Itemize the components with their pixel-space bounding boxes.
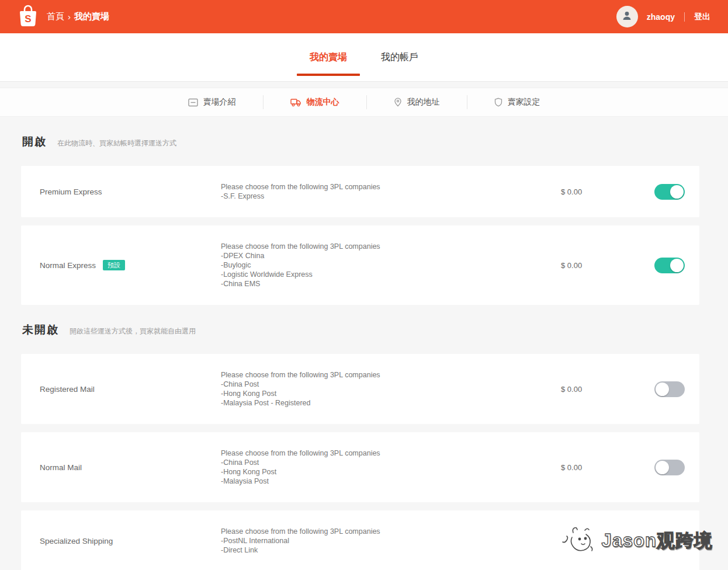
section-title: 開啟 [22, 134, 47, 150]
toggle-knob [656, 383, 669, 396]
section-description: 在此物流時、買家結帳時選擇運送方式 [57, 138, 176, 148]
shipping-name: Registered Mail [40, 385, 95, 394]
breadcrumb-current[interactable]: 我的賣場 [74, 11, 109, 22]
row-description: Please choose from the following 3PL com… [221, 449, 561, 486]
description-line: -Logistic Worldwide Express [221, 270, 561, 279]
description-line: Please choose from the following 3PL com… [221, 527, 561, 536]
tab-my-shop[interactable]: 我的賣場 [310, 33, 347, 81]
subnav-label: 物流中心 [307, 97, 339, 107]
description-line: -Malaysia Post [221, 477, 561, 486]
shield-icon [494, 98, 502, 107]
tab-my-account[interactable]: 我的帳戶 [381, 33, 418, 81]
shipping-name: Normal Mail [40, 463, 82, 472]
shop-subnav: 賣場介紹 物流中心 我的地址 賣家設定 [0, 88, 728, 117]
shipping-name: Premium Express [40, 187, 102, 196]
section-title: 未開啟 [22, 322, 59, 338]
shipping-fee: $ 0.00 [561, 385, 631, 394]
username-label[interactable]: zhaoqy [647, 12, 675, 22]
top-header: S 首頁 › 我的賣場 zhaoqy 登出 [0, 0, 728, 33]
logout-button[interactable]: 登出 [694, 12, 710, 22]
shopee-logo[interactable]: S [18, 4, 39, 30]
main-tabbar: 我的賣場 我的帳戶 [0, 33, 728, 82]
section-rows: Registered Mail Please choose from the f… [21, 354, 699, 570]
shipping-channel-row: Premium Express Please choose from the f… [21, 166, 699, 217]
header-right: zhaoqy 登出 [616, 6, 710, 27]
subnav-label: 賣場介紹 [203, 97, 236, 107]
shipping-channel-row: Normal Express 預設 Please choose from the… [21, 225, 699, 305]
shipping-channel: Specialized Shipping [21, 537, 221, 545]
shipping-fee: $ 0.00 [561, 463, 631, 472]
toggle-knob [670, 259, 684, 272]
section-head: 開啟 在此物流時、買家結帳時選擇運送方式 [22, 134, 698, 150]
subnav-item-seller-settings[interactable]: 賣家設定 [467, 97, 567, 107]
breadcrumb-home[interactable]: 首頁 [47, 11, 64, 22]
breadcrumb-separator: › [68, 12, 71, 22]
description-line: -China Post [221, 458, 561, 467]
shipping-name: Normal Express [40, 261, 96, 270]
toggle-switch[interactable] [654, 460, 685, 475]
description-line: -Direct Link [221, 545, 561, 555]
sections: 開啟 在此物流時、買家結帳時選擇運送方式 Premium Express Ple… [0, 134, 728, 570]
description-line: -Hong Kong Post [221, 467, 561, 477]
subnav-label: 我的地址 [407, 97, 440, 107]
truck-icon [290, 98, 301, 107]
shipping-channel-row: Specialized Shipping Please choose from … [21, 510, 699, 570]
description-line: -China Post [221, 380, 561, 389]
shipping-channel-row: Normal Mail Please choose from the follo… [21, 432, 699, 502]
subnav-item-my-addresses[interactable]: 我的地址 [367, 97, 467, 107]
description-line: -China EMS [221, 279, 561, 289]
header-divider [684, 12, 685, 22]
shipping-channel: Registered Mail [21, 385, 221, 394]
toggle-switch[interactable] [654, 381, 685, 397]
shipping-fee: $ 0.00 [561, 187, 631, 196]
row-description: Please choose from the following 3PL com… [221, 242, 561, 289]
user-avatar-icon [621, 10, 633, 24]
toggle-switch[interactable] [654, 258, 685, 273]
description-line: -Buylogic [221, 260, 561, 270]
shipping-channel: Normal Express 預設 [21, 260, 221, 270]
breadcrumb: 首頁 › 我的賣場 [47, 11, 109, 22]
description-line: -S.F. Express [221, 192, 561, 201]
user-avatar[interactable] [616, 6, 638, 27]
shopee-bag-icon: S [18, 4, 39, 30]
row-description: Please choose from the following 3PL com… [221, 527, 561, 555]
shipping-channel: Premium Express [21, 187, 221, 196]
location-pin-icon [394, 98, 402, 107]
section-rows: Premium Express Please choose from the f… [21, 166, 699, 305]
section-head: 未開啟 開啟這些運送方式後，買家就能自由選用 [22, 322, 698, 338]
shipping-fee: $ 0.00 [561, 261, 631, 270]
subnav-item-shop-intro[interactable]: 賣場介紹 [161, 97, 263, 107]
description-line: Please choose from the following 3PL com… [221, 182, 561, 192]
toggle-knob [656, 461, 669, 474]
shipping-channel: Normal Mail [21, 463, 221, 472]
default-badge: 預設 [103, 260, 125, 270]
description-line: Please choose from the following 3PL com… [221, 370, 561, 380]
shipping-section: 開啟 在此物流時、買家結帳時選擇運送方式 Premium Express Ple… [21, 134, 699, 305]
shipping-section: 未開啟 開啟這些運送方式後，買家就能自由選用 Registered Mail P… [21, 322, 699, 570]
toggle-knob [670, 185, 684, 199]
toggle-switch[interactable] [654, 184, 685, 200]
svg-text:S: S [25, 13, 31, 25]
description-line: -Malaysia Post - Registered [221, 398, 561, 408]
row-description: Please choose from the following 3PL com… [221, 370, 561, 408]
subnav-item-logistics-center[interactable]: 物流中心 [264, 97, 366, 107]
description-line: -PostNL International [221, 536, 561, 545]
description-line: -Hong Kong Post [221, 389, 561, 398]
row-description: Please choose from the following 3PL com… [221, 182, 561, 201]
description-line: -DPEX China [221, 251, 561, 260]
shipping-name: Specialized Shipping [40, 537, 113, 545]
description-line: Please choose from the following 3PL com… [221, 242, 561, 251]
storefront-card-icon [188, 98, 198, 107]
section-description: 開啟這些運送方式後，買家就能自由選用 [70, 326, 196, 336]
shipping-channel-row: Registered Mail Please choose from the f… [21, 354, 699, 424]
subnav-label: 賣家設定 [508, 97, 540, 107]
description-line: Please choose from the following 3PL com… [221, 449, 561, 458]
